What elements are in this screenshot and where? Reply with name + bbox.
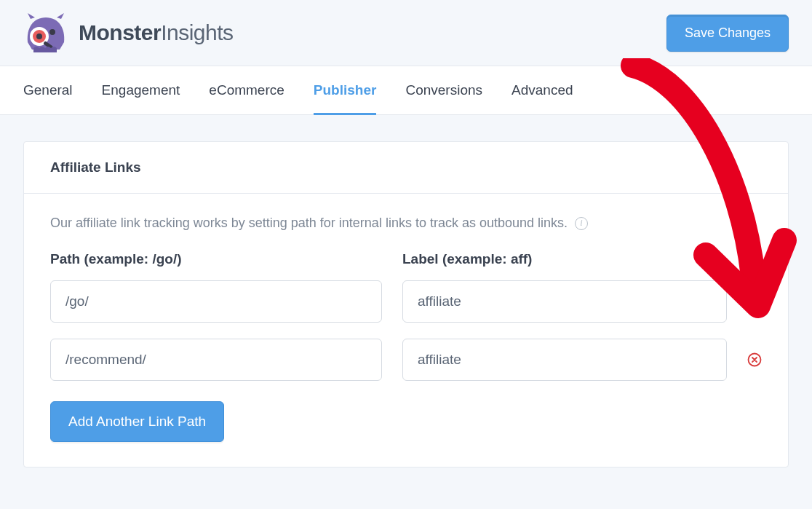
remove-icon [747,294,762,309]
link-row [50,280,762,323]
panel-title: Affiliate Links [24,142,788,194]
label-input[interactable] [402,339,727,381]
add-link-path-button[interactable]: Add Another Link Path [50,401,224,442]
path-column-header: Path (example: /go/) [50,251,382,267]
brand-bold: Monster [79,20,161,44]
info-icon[interactable]: i [575,217,588,230]
remove-icon [747,352,762,367]
label-input[interactable] [402,280,727,323]
label-column-header: Label (example: aff) [402,251,762,267]
svg-point-2 [36,33,42,39]
brand-logo: MonsterInsights [23,13,234,52]
tab-conversions[interactable]: Conversions [405,66,482,115]
monster-logo-icon [23,13,68,52]
affiliate-links-panel: Affiliate Links Our affiliate link track… [23,141,789,467]
svg-point-4 [49,29,55,35]
panel-description: Our affiliate link tracking works by set… [50,216,568,231]
page-header: MonsterInsights Save Changes [0,0,812,66]
settings-tabs: General Engagement eCommerce Publisher C… [0,66,812,115]
remove-row-button[interactable] [747,294,762,309]
brand-name: MonsterInsights [79,20,234,45]
remove-row-button[interactable] [747,352,762,367]
tab-ecommerce[interactable]: eCommerce [209,66,284,115]
columns-header: Path (example: /go/) Label (example: aff… [50,251,762,267]
content-area: Affiliate Links Our affiliate link track… [0,115,812,494]
tab-publisher[interactable]: Publisher [314,66,377,115]
brand-light: Insights [161,20,233,44]
tab-engagement[interactable]: Engagement [102,66,180,115]
path-input[interactable] [50,339,382,381]
panel-body: Our affiliate link tracking works by set… [24,194,788,467]
save-changes-button[interactable]: Save Changes [666,15,789,52]
tab-advanced[interactable]: Advanced [512,66,573,115]
tab-general[interactable]: General [23,66,73,115]
link-row [50,339,762,381]
path-input[interactable] [50,280,382,323]
panel-description-row: Our affiliate link tracking works by set… [50,216,762,231]
